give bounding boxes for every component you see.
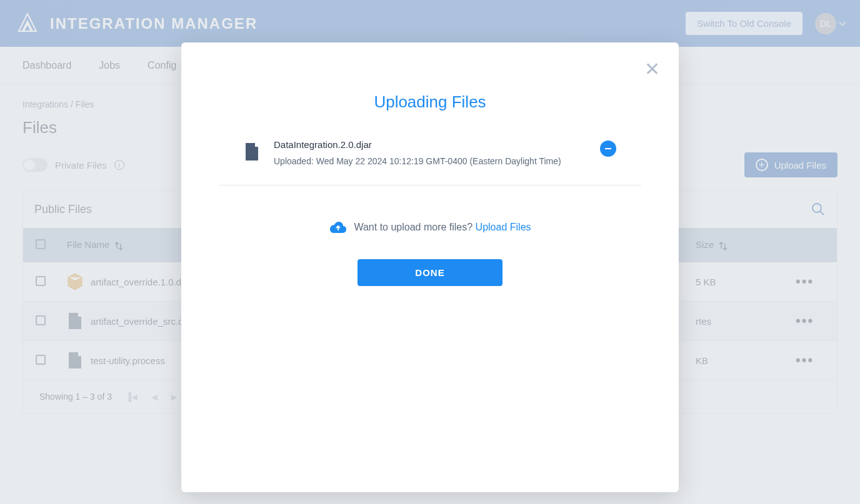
modal-title: Uploading Files (219, 92, 641, 112)
upload-file-meta: Uploaded: Wed May 22 2024 10:12:19 GMT-0… (274, 156, 586, 166)
close-icon[interactable]: ✕ (644, 60, 660, 79)
upload-file-name: DataIntegration.2.0.djar (274, 139, 586, 150)
modal-overlay[interactable]: ✕ Uploading Files DataIntegration.2.0.dj… (0, 0, 860, 504)
cloud-upload-icon (329, 220, 348, 234)
upload-more-link[interactable]: Upload Files (476, 222, 531, 232)
upload-file-row: DataIntegration.2.0.djar Uploaded: Wed M… (219, 139, 641, 185)
done-button[interactable]: DONE (358, 259, 502, 286)
file-icon (244, 142, 260, 162)
upload-modal: ✕ Uploading Files DataIntegration.2.0.dj… (181, 42, 679, 492)
upload-more-row: Want to upload more files? Upload Files (219, 220, 641, 234)
remove-file-button[interactable] (600, 141, 616, 157)
